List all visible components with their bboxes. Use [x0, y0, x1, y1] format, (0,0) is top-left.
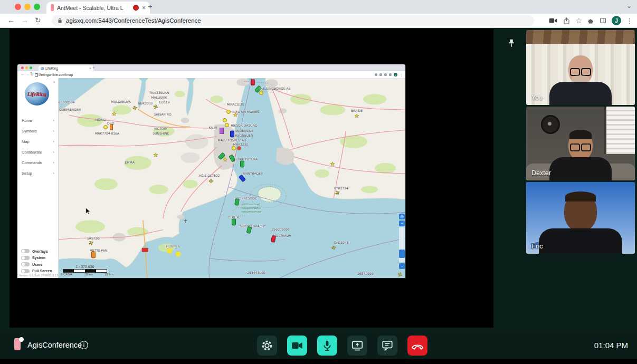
profile-avatar[interactable]: J: [612, 16, 621, 25]
map-controls: ◎ + −: [399, 214, 405, 270]
screen-share-button[interactable]: [347, 336, 367, 356]
aircraft-symbol[interactable]: ✈: [334, 189, 341, 197]
aircraft-symbol[interactable]: ✈: [88, 240, 95, 247]
toggle-users[interactable]: Users: [21, 261, 57, 268]
map-viewport[interactable]: 266000584KSEL ODEFAERGENMALCARUVA✈NBK350…: [59, 78, 405, 278]
hexagon-symbol[interactable]: [167, 248, 173, 254]
sidebar-item-label: Map: [22, 139, 30, 144]
map-zoom-out-button[interactable]: −: [399, 263, 405, 269]
star-symbol[interactable]: ★: [223, 157, 227, 162]
vessel-symbol[interactable]: [91, 252, 96, 258]
pin-stage-icon[interactable]: [506, 38, 517, 51]
map-label: SHISAR RO: [154, 112, 172, 116]
circle-symbol[interactable]: [225, 123, 229, 127]
shared-extensions-icon: [389, 73, 392, 76]
chevron-right-icon: ›: [53, 118, 54, 123]
map-scrollbar-thumb[interactable]: [399, 250, 405, 258]
toggle-switch[interactable]: [21, 262, 30, 266]
map-label: KSEL ODEFAERGEN: [59, 107, 81, 111]
share-icon[interactable]: [563, 16, 571, 25]
hang-up-button[interactable]: [407, 336, 427, 356]
map-label: AGIS DL7602: [199, 173, 220, 177]
vessel-symbol[interactable]: [246, 226, 252, 234]
shared-lock-icon: [35, 73, 38, 77]
info-icon[interactable]: [79, 340, 89, 350]
reload-icon[interactable]: ↻: [35, 16, 41, 24]
sidebar-item-map[interactable]: Map›: [17, 136, 58, 147]
flag-symbol[interactable]: [251, 79, 254, 85]
star-symbol[interactable]: ★: [355, 113, 359, 119]
map-label: MAX3230: [233, 142, 249, 146]
circle-symbol[interactable]: [226, 110, 231, 114]
minimize-window-button[interactable]: [24, 4, 31, 10]
close-window-button[interactable]: [15, 4, 21, 10]
new-tab-button[interactable]: +: [148, 2, 153, 11]
sidebar-close-icon[interactable]: ×: [53, 80, 55, 84]
sidebar-item-home[interactable]: Home›: [17, 115, 58, 126]
shared-back-icon: ←: [21, 72, 25, 76]
map-label: NBK3503: [138, 101, 153, 105]
tab-close-icon[interactable]: ×: [142, 5, 146, 11]
toggle-switch[interactable]: [21, 256, 30, 260]
sidebar-item-commands[interactable]: Commands›: [17, 157, 58, 168]
aircraft-symbol[interactable]: ✈: [397, 271, 404, 278]
participant-video-person: [546, 52, 615, 105]
circle-symbol[interactable]: [103, 125, 108, 129]
circle-symbol[interactable]: [232, 146, 236, 150]
map-settings-button[interactable]: ◎: [399, 214, 405, 219]
participant-tile-dexter[interactable]: Dexter: [526, 107, 635, 180]
zoom-window-button[interactable]: [34, 4, 40, 10]
vessel-symbol[interactable]: [239, 174, 246, 182]
map-scrollbar[interactable]: [399, 227, 405, 262]
participant-tile-eric[interactable]: Eric: [526, 182, 635, 254]
address-bar[interactable]: agisxq.com:5443/ConferenceTest/AgisConfe…: [52, 15, 534, 26]
vessel-symbol[interactable]: [232, 218, 236, 225]
chevron-right-icon: ›: [53, 171, 54, 176]
map-label: 266000584: [59, 100, 74, 104]
chat-button[interactable]: [377, 336, 397, 356]
browser-tab[interactable]: AntMeet - Scalable, Ultra L ×: [46, 2, 150, 14]
sidebar-item-collaborate[interactable]: Collaborate›: [17, 147, 58, 157]
tab-camera-icon[interactable]: [549, 17, 558, 25]
circle-symbol[interactable]: [223, 118, 227, 122]
vessel-symbol[interactable]: [234, 198, 240, 206]
aircraft-symbol[interactable]: ✈: [132, 104, 138, 111]
star-symbol[interactable]: ★: [330, 161, 335, 167]
map-label: HELSINGBORGS AB: [260, 86, 291, 90]
bookmark-star-icon[interactable]: ☆: [575, 17, 582, 24]
vessel-symbol[interactable]: [229, 154, 235, 162]
side-panel-icon[interactable]: [599, 17, 607, 24]
extensions-icon[interactable]: [587, 17, 594, 24]
sidebar-item-setup[interactable]: Setup›: [17, 168, 58, 178]
vessel-symbol[interactable]: [240, 160, 244, 167]
toggle-switch[interactable]: [21, 269, 30, 273]
browser-menu-icon[interactable]: ⋮: [626, 17, 633, 25]
participant-video-person: [546, 128, 615, 180]
settings-button[interactable]: [257, 336, 277, 356]
back-icon[interactable]: ←: [7, 16, 15, 24]
mic-button[interactable]: [317, 336, 337, 356]
chevron-right-icon: ›: [53, 139, 54, 144]
toggle-overlays[interactable]: Overlays: [21, 248, 57, 255]
toggle-switch[interactable]: [21, 249, 30, 253]
star-symbol[interactable]: ★: [112, 111, 117, 117]
star-symbol[interactable]: ★: [233, 112, 238, 118]
aircraft-symbol[interactable]: ✈: [208, 178, 213, 184]
circle-symbol[interactable]: [237, 146, 241, 150]
circle-symbol[interactable]: [259, 91, 263, 95]
toggle-system[interactable]: System: [21, 255, 57, 262]
chevron-right-icon: ›: [53, 150, 54, 155]
tab-search-chevron-icon[interactable]: ⌄: [626, 2, 632, 9]
aircraft-symbol[interactable]: ✈: [153, 103, 159, 110]
sidebar-item-symbols[interactable]: Symbols›: [17, 126, 58, 136]
star-symbol[interactable]: ★: [153, 152, 158, 158]
map-zoom-in-button[interactable]: +: [399, 221, 405, 226]
vessel-symbol[interactable]: [271, 235, 276, 243]
marker-symbol[interactable]: [220, 128, 224, 134]
vessel-symbol[interactable]: [230, 131, 234, 138]
hexagon-symbol[interactable]: [175, 252, 181, 257]
marker-symbol[interactable]: [110, 124, 113, 130]
participant-tile-you[interactable]: You: [526, 30, 635, 105]
aircraft-symbol[interactable]: ✈: [331, 244, 337, 251]
camera-button[interactable]: [287, 336, 307, 356]
